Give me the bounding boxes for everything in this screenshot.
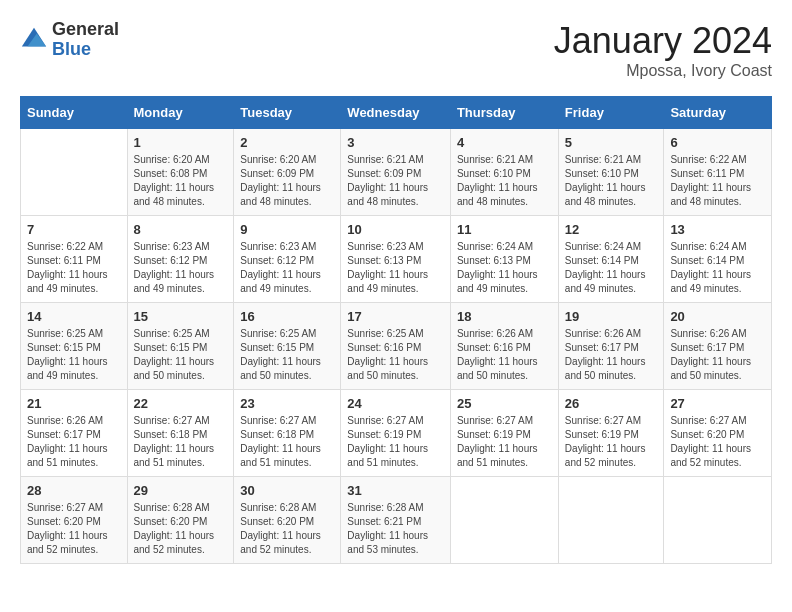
day-info: Sunrise: 6:23 AM Sunset: 6:13 PM Dayligh… [347,240,444,296]
day-info: Sunrise: 6:24 AM Sunset: 6:14 PM Dayligh… [565,240,658,296]
calendar-cell: 11Sunrise: 6:24 AM Sunset: 6:13 PM Dayli… [450,216,558,303]
day-info: Sunrise: 6:25 AM Sunset: 6:16 PM Dayligh… [347,327,444,383]
calendar-header-row: SundayMondayTuesdayWednesdayThursdayFrid… [21,97,772,129]
col-header-friday: Friday [558,97,664,129]
day-number: 28 [27,483,121,498]
calendar-cell: 13Sunrise: 6:24 AM Sunset: 6:14 PM Dayli… [664,216,772,303]
day-number: 1 [134,135,228,150]
day-number: 23 [240,396,334,411]
col-header-tuesday: Tuesday [234,97,341,129]
day-info: Sunrise: 6:20 AM Sunset: 6:08 PM Dayligh… [134,153,228,209]
day-number: 26 [565,396,658,411]
day-number: 18 [457,309,552,324]
day-info: Sunrise: 6:28 AM Sunset: 6:20 PM Dayligh… [134,501,228,557]
calendar-cell: 28Sunrise: 6:27 AM Sunset: 6:20 PM Dayli… [21,477,128,564]
day-number: 25 [457,396,552,411]
logo-text: General Blue [52,20,119,60]
day-info: Sunrise: 6:26 AM Sunset: 6:17 PM Dayligh… [565,327,658,383]
day-number: 6 [670,135,765,150]
day-number: 29 [134,483,228,498]
day-number: 27 [670,396,765,411]
calendar-cell: 29Sunrise: 6:28 AM Sunset: 6:20 PM Dayli… [127,477,234,564]
calendar-cell: 25Sunrise: 6:27 AM Sunset: 6:19 PM Dayli… [450,390,558,477]
day-info: Sunrise: 6:25 AM Sunset: 6:15 PM Dayligh… [27,327,121,383]
col-header-saturday: Saturday [664,97,772,129]
col-header-sunday: Sunday [21,97,128,129]
calendar-table: SundayMondayTuesdayWednesdayThursdayFrid… [20,96,772,564]
calendar-cell: 23Sunrise: 6:27 AM Sunset: 6:18 PM Dayli… [234,390,341,477]
logo-icon [20,26,48,54]
day-number: 9 [240,222,334,237]
calendar-cell: 22Sunrise: 6:27 AM Sunset: 6:18 PM Dayli… [127,390,234,477]
calendar-cell: 26Sunrise: 6:27 AM Sunset: 6:19 PM Dayli… [558,390,664,477]
logo-general-text: General [52,20,119,40]
calendar-cell [558,477,664,564]
calendar-cell: 10Sunrise: 6:23 AM Sunset: 6:13 PM Dayli… [341,216,451,303]
calendar-cell: 18Sunrise: 6:26 AM Sunset: 6:16 PM Dayli… [450,303,558,390]
day-info: Sunrise: 6:25 AM Sunset: 6:15 PM Dayligh… [134,327,228,383]
day-number: 3 [347,135,444,150]
day-number: 21 [27,396,121,411]
day-info: Sunrise: 6:27 AM Sunset: 6:19 PM Dayligh… [457,414,552,470]
calendar-cell: 20Sunrise: 6:26 AM Sunset: 6:17 PM Dayli… [664,303,772,390]
col-header-thursday: Thursday [450,97,558,129]
page-header: General Blue January 2024 Mpossa, Ivory … [20,20,772,80]
calendar-week-row: 7Sunrise: 6:22 AM Sunset: 6:11 PM Daylig… [21,216,772,303]
col-header-wednesday: Wednesday [341,97,451,129]
day-info: Sunrise: 6:21 AM Sunset: 6:10 PM Dayligh… [457,153,552,209]
calendar-cell: 14Sunrise: 6:25 AM Sunset: 6:15 PM Dayli… [21,303,128,390]
calendar-cell: 16Sunrise: 6:25 AM Sunset: 6:15 PM Dayli… [234,303,341,390]
calendar-cell: 17Sunrise: 6:25 AM Sunset: 6:16 PM Dayli… [341,303,451,390]
day-info: Sunrise: 6:22 AM Sunset: 6:11 PM Dayligh… [27,240,121,296]
day-info: Sunrise: 6:28 AM Sunset: 6:20 PM Dayligh… [240,501,334,557]
calendar-cell [664,477,772,564]
calendar-cell [21,129,128,216]
day-info: Sunrise: 6:26 AM Sunset: 6:17 PM Dayligh… [27,414,121,470]
calendar-week-row: 21Sunrise: 6:26 AM Sunset: 6:17 PM Dayli… [21,390,772,477]
calendar-cell: 4Sunrise: 6:21 AM Sunset: 6:10 PM Daylig… [450,129,558,216]
calendar-week-row: 14Sunrise: 6:25 AM Sunset: 6:15 PM Dayli… [21,303,772,390]
day-number: 4 [457,135,552,150]
logo: General Blue [20,20,119,60]
day-info: Sunrise: 6:23 AM Sunset: 6:12 PM Dayligh… [240,240,334,296]
calendar-cell: 8Sunrise: 6:23 AM Sunset: 6:12 PM Daylig… [127,216,234,303]
logo-blue-text: Blue [52,40,119,60]
day-number: 17 [347,309,444,324]
calendar-cell: 1Sunrise: 6:20 AM Sunset: 6:08 PM Daylig… [127,129,234,216]
calendar-cell: 7Sunrise: 6:22 AM Sunset: 6:11 PM Daylig… [21,216,128,303]
day-number: 12 [565,222,658,237]
day-info: Sunrise: 6:26 AM Sunset: 6:16 PM Dayligh… [457,327,552,383]
day-info: Sunrise: 6:27 AM Sunset: 6:18 PM Dayligh… [134,414,228,470]
day-number: 22 [134,396,228,411]
day-number: 7 [27,222,121,237]
day-number: 20 [670,309,765,324]
calendar-cell: 2Sunrise: 6:20 AM Sunset: 6:09 PM Daylig… [234,129,341,216]
day-number: 5 [565,135,658,150]
day-info: Sunrise: 6:27 AM Sunset: 6:19 PM Dayligh… [565,414,658,470]
day-info: Sunrise: 6:27 AM Sunset: 6:18 PM Dayligh… [240,414,334,470]
calendar-cell: 12Sunrise: 6:24 AM Sunset: 6:14 PM Dayli… [558,216,664,303]
day-info: Sunrise: 6:20 AM Sunset: 6:09 PM Dayligh… [240,153,334,209]
calendar-cell: 15Sunrise: 6:25 AM Sunset: 6:15 PM Dayli… [127,303,234,390]
day-info: Sunrise: 6:27 AM Sunset: 6:20 PM Dayligh… [27,501,121,557]
calendar-cell: 24Sunrise: 6:27 AM Sunset: 6:19 PM Dayli… [341,390,451,477]
day-number: 19 [565,309,658,324]
day-info: Sunrise: 6:27 AM Sunset: 6:20 PM Dayligh… [670,414,765,470]
day-info: Sunrise: 6:24 AM Sunset: 6:14 PM Dayligh… [670,240,765,296]
calendar-cell: 30Sunrise: 6:28 AM Sunset: 6:20 PM Dayli… [234,477,341,564]
day-info: Sunrise: 6:26 AM Sunset: 6:17 PM Dayligh… [670,327,765,383]
day-info: Sunrise: 6:23 AM Sunset: 6:12 PM Dayligh… [134,240,228,296]
calendar-week-row: 1Sunrise: 6:20 AM Sunset: 6:08 PM Daylig… [21,129,772,216]
day-number: 24 [347,396,444,411]
day-info: Sunrise: 6:24 AM Sunset: 6:13 PM Dayligh… [457,240,552,296]
calendar-cell [450,477,558,564]
calendar-cell: 21Sunrise: 6:26 AM Sunset: 6:17 PM Dayli… [21,390,128,477]
day-info: Sunrise: 6:25 AM Sunset: 6:15 PM Dayligh… [240,327,334,383]
day-number: 2 [240,135,334,150]
calendar-cell: 5Sunrise: 6:21 AM Sunset: 6:10 PM Daylig… [558,129,664,216]
calendar-cell: 9Sunrise: 6:23 AM Sunset: 6:12 PM Daylig… [234,216,341,303]
day-number: 14 [27,309,121,324]
day-info: Sunrise: 6:28 AM Sunset: 6:21 PM Dayligh… [347,501,444,557]
calendar-cell: 6Sunrise: 6:22 AM Sunset: 6:11 PM Daylig… [664,129,772,216]
day-number: 10 [347,222,444,237]
